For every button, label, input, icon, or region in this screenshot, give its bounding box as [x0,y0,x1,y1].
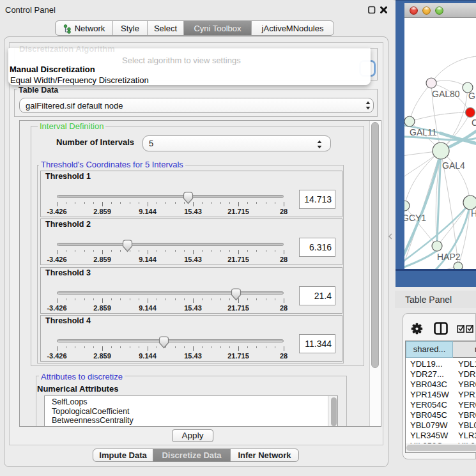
svg-text:GAL4: GAL4 [442,160,465,171]
svg-text:GAL80: GAL80 [432,89,460,99]
svg-text:GCY1: GCY1 [404,213,426,223]
svg-text:G: G [468,91,475,101]
svg-text:H: H [471,208,476,219]
svg-text:GAL11: GAL11 [410,127,437,137]
svg-text:HAP2: HAP2 [437,252,461,262]
svg-text:C: C [472,118,476,128]
